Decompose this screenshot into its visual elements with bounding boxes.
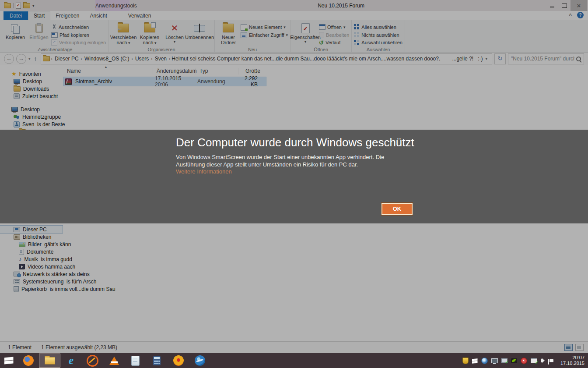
more-info-link[interactable]: Weitere Informationen — [176, 168, 232, 175]
file-explorer-icon — [45, 357, 55, 364]
taskbar-file-explorer[interactable] — [39, 354, 60, 368]
tray-shield-icon[interactable] — [462, 357, 469, 364]
ok-button[interactable]: OK — [382, 203, 413, 215]
dialog-title: Der Computer wurde durch Windows geschüt… — [176, 136, 414, 149]
taskbar-vlc[interactable] — [103, 353, 125, 368]
tray-browser-icon[interactable] — [481, 357, 488, 364]
windows-logo-icon — [4, 357, 14, 364]
volume-icon[interactable] — [541, 359, 543, 362]
taskbar-drawing-app[interactable] — [82, 353, 103, 368]
action-center-flag-icon[interactable] — [550, 359, 553, 362]
taskbar-google-earth[interactable] — [189, 353, 210, 368]
image-viewer-icon — [173, 355, 184, 366]
vlc-cone-icon — [109, 357, 119, 365]
dialog-body: Von Windows SmartScreen wurde der Start … — [176, 154, 412, 168]
taskbar: 20:07 17.10.2015 — [0, 353, 588, 368]
taskbar-notepad[interactable] — [125, 353, 146, 368]
tray-nvidia-icon[interactable] — [511, 358, 517, 363]
google-earth-icon — [195, 355, 205, 366]
clock-time: 20:07 — [560, 355, 584, 361]
start-button[interactable] — [0, 353, 18, 368]
tray-update-ok-icon[interactable] — [531, 358, 537, 363]
tray-sync-ok-icon[interactable] — [501, 358, 508, 363]
taskbar-image-viewer[interactable] — [168, 353, 189, 368]
notepad-icon — [131, 356, 140, 366]
tray-network-icon[interactable] — [491, 358, 498, 363]
calculator-icon — [153, 356, 161, 365]
firefox-icon — [23, 355, 34, 366]
pencil-ring-icon — [87, 355, 98, 367]
taskbar-firefox[interactable] — [18, 353, 39, 368]
tray-windows-icon[interactable] — [472, 358, 478, 363]
clock-date: 17.10.2015 — [560, 361, 584, 366]
taskbar-internet-explorer[interactable] — [60, 353, 82, 368]
taskbar-calculator[interactable] — [146, 353, 168, 368]
taskbar-clock[interactable]: 20:07 17.10.2015 — [557, 355, 584, 366]
internet-explorer-icon — [69, 355, 74, 366]
smartscreen-dialog: Der Computer wurde durch Windows geschüt… — [0, 130, 588, 223]
screen: Anwendungstools Neu 10.2015 Forum Datei … — [0, 0, 588, 368]
tray-antivirus-icon[interactable] — [521, 357, 527, 364]
system-tray: 20:07 17.10.2015 — [462, 355, 588, 366]
